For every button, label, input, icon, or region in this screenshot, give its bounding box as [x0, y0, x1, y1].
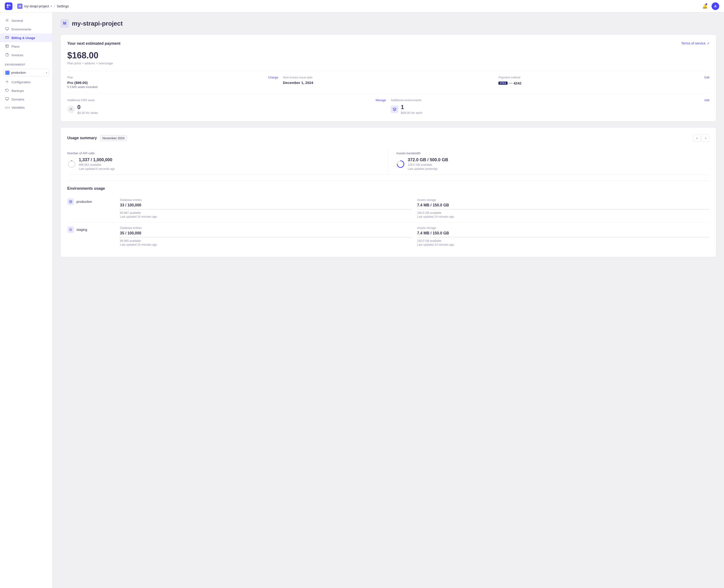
env-name-label-production: production — [76, 200, 92, 204]
env-badge-staging — [67, 226, 74, 233]
sidebar-item-domains[interactable]: Domains — [0, 95, 53, 104]
payment-title: Your next estimated payment — [67, 41, 120, 46]
variables-icon: </> — [5, 106, 9, 109]
next-period-button[interactable]: › — [702, 134, 709, 142]
env-name-label-staging: staging — [76, 228, 87, 232]
api-calls-available: 998,663 available — [79, 163, 115, 167]
billing-icon — [5, 36, 9, 40]
bandwidth-row: 372.0 GB / 500.0 GB 128.0 GB available L… — [396, 158, 709, 171]
breadcrumb-sep-1: / — [14, 4, 15, 8]
add-environment-button[interactable]: Add — [704, 99, 709, 102]
seats-grid: Additional CMS seats Manage 0 $0.00 for … — [67, 93, 709, 114]
notification-dot — [706, 3, 707, 5]
env-db-progress-staging — [120, 237, 412, 238]
svg-rect-4 — [5, 27, 8, 30]
usage-title: Usage summary — [67, 136, 97, 140]
main-layout: General Environments Billing & Usage Pla… — [0, 13, 724, 588]
usage-header: Usage summary November 2024 ‹ › — [67, 134, 709, 142]
payment-method-cell: Payment method Edit VISA ···· 4242 — [499, 76, 709, 89]
manage-seats-button[interactable]: Manage — [376, 99, 386, 102]
env-row-production: production Database entries 33 / 100,000… — [67, 194, 709, 223]
sidebar-item-plans[interactable]: Plans — [0, 42, 53, 51]
env-db-label-production: Database entries — [120, 198, 412, 202]
env-db-staging: Database entries 35 / 100,000 99,965 ava… — [120, 226, 412, 246]
change-plan-button[interactable]: Change — [268, 76, 278, 79]
api-calls-label: Number of API calls — [67, 151, 388, 155]
topbar-right: 🔔 A — [701, 2, 719, 10]
svg-rect-0 — [7, 4, 8, 6]
sidebar-item-backups[interactable]: Backups — [0, 86, 53, 95]
payment-amount: $168.00 — [67, 50, 709, 61]
invoices-icon — [5, 53, 9, 57]
env-db-value-staging: 35 / 100,000 — [120, 231, 412, 235]
plan-value: Pro ($99.00) — [67, 81, 278, 85]
edit-payment-button[interactable]: Edit — [704, 76, 709, 79]
usage-metrics: Number of API calls 1,337 / 1,000,000 99… — [67, 148, 709, 175]
seats-count: 0 — [77, 104, 98, 110]
user-avatar[interactable]: A — [711, 2, 719, 10]
environments-usage-title: Environments usage — [67, 181, 709, 191]
sidebar-item-variables[interactable]: </> Variables — [0, 104, 53, 111]
sidebar-label-plans: Plans — [12, 45, 20, 48]
environments-label: Additional environments Add — [391, 99, 709, 102]
page-title: my-strapi-project — [72, 20, 123, 27]
env-db-avail-production: 99,967 available — [120, 211, 412, 215]
env-storage-value-production: 7.4 MB / 150.0 GB — [417, 203, 709, 207]
domains-icon — [5, 97, 9, 101]
env-db-label-staging: Database entries — [120, 226, 412, 230]
payment-subtitle: Plan price + addons + overusage — [67, 62, 709, 65]
usage-card: Usage summary November 2024 ‹ › Number o… — [60, 127, 716, 257]
prev-period-button[interactable]: ‹ — [693, 134, 701, 142]
terms-of-service-link[interactable]: Terms of service ↗ — [681, 41, 709, 45]
sidebar-item-configuration[interactable]: Configuration — [0, 78, 53, 86]
payment-method-label: Payment method Edit — [499, 76, 709, 79]
invoice-cell: Next invoice issue date December 1, 2024 — [283, 76, 494, 89]
sidebar-label-domains: Domains — [12, 98, 24, 101]
invoice-label: Next invoice issue date — [283, 76, 494, 79]
sidebar-label-general: General — [12, 19, 23, 22]
env-db-updated-production: Last updated 24 minutes ago — [120, 215, 412, 218]
svg-point-3 — [6, 20, 7, 21]
api-calls-metric: Number of API calls 1,337 / 1,000,000 99… — [67, 148, 388, 175]
env-storage-label-staging: Assets storage — [417, 226, 709, 230]
usage-nav: ‹ › — [693, 134, 709, 142]
svg-point-9 — [71, 108, 72, 109]
environment-select[interactable]: production staging — [3, 69, 49, 76]
sidebar-item-environments[interactable]: Environments — [0, 25, 53, 34]
payment-grid: Plan Change Pro ($99.00) 5 CMS seats inc… — [67, 71, 709, 89]
api-calls-row: 1,337 / 1,000,000 998,663 available Last… — [67, 158, 388, 171]
environments-icon — [5, 27, 9, 31]
bandwidth-value: 372.0 GB / 500.0 GB — [408, 158, 448, 163]
invoice-date: December 1, 2024 — [283, 81, 494, 85]
payment-header: Your next estimated payment Terms of ser… — [67, 41, 709, 46]
plan-label: Plan Change — [67, 76, 278, 79]
project-breadcrumb[interactable]: M my-strapi-project ▾ — [17, 4, 52, 9]
svg-point-10 — [68, 161, 75, 167]
env-storage-value-staging: 7.4 MB / 150.0 GB — [417, 231, 709, 235]
sidebar-label-backups: Backups — [12, 89, 24, 92]
visa-logo: VISA ···· 4242 — [499, 81, 521, 85]
svg-rect-5 — [5, 36, 8, 39]
cms-seats-cell: Additional CMS seats Manage 0 $0.00 for … — [67, 99, 386, 114]
notifications-button[interactable]: 🔔 — [701, 2, 709, 10]
backups-icon — [5, 88, 9, 93]
sidebar-label-billing: Billing & Usage — [12, 36, 35, 40]
general-icon — [5, 18, 9, 23]
chevron-down-icon: ▾ — [51, 4, 52, 8]
sidebar-item-invoices[interactable]: Invoices — [0, 51, 53, 59]
project-badge: M — [17, 4, 22, 9]
env-storage-avail-staging: 150.0 GB available — [417, 239, 709, 243]
bandwidth-available: 128.0 GB available — [408, 163, 448, 167]
svg-rect-2 — [7, 6, 8, 8]
page-project-badge: M — [60, 19, 69, 28]
svg-rect-8 — [5, 98, 8, 100]
env-db-production: Database entries 33 / 100,000 99,967 ava… — [120, 198, 412, 218]
sidebar-item-billing[interactable]: Billing & Usage — [0, 34, 53, 42]
usage-period: November 2024 — [100, 135, 127, 141]
bandwidth-circle — [396, 160, 405, 168]
environment-selector[interactable]: 🌐 production staging ▾ — [3, 69, 49, 76]
sidebar-label-configuration: Configuration — [12, 80, 31, 84]
api-calls-value: 1,337 / 1,000,000 — [79, 158, 115, 163]
env-storage-label-production: Assets storage — [417, 198, 709, 202]
sidebar-item-general[interactable]: General — [0, 16, 53, 25]
